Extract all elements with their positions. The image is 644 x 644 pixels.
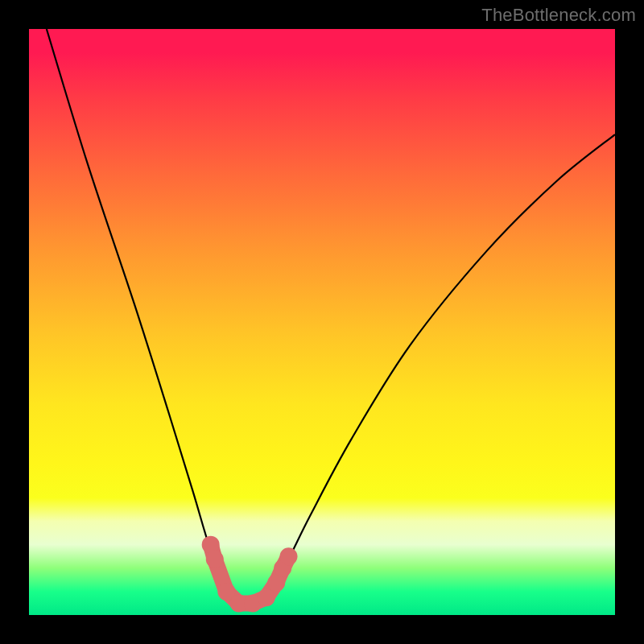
highlight-dot bbox=[258, 588, 275, 606]
highlight-dot bbox=[280, 547, 298, 565]
plot-area bbox=[29, 29, 615, 615]
curve-layer bbox=[29, 29, 615, 615]
bottleneck-curve bbox=[47, 29, 615, 605]
highlight-dot bbox=[206, 551, 224, 568]
watermark-text: TheBottleneck.com bbox=[481, 5, 636, 26]
chart-frame: TheBottleneck.com bbox=[0, 0, 644, 644]
